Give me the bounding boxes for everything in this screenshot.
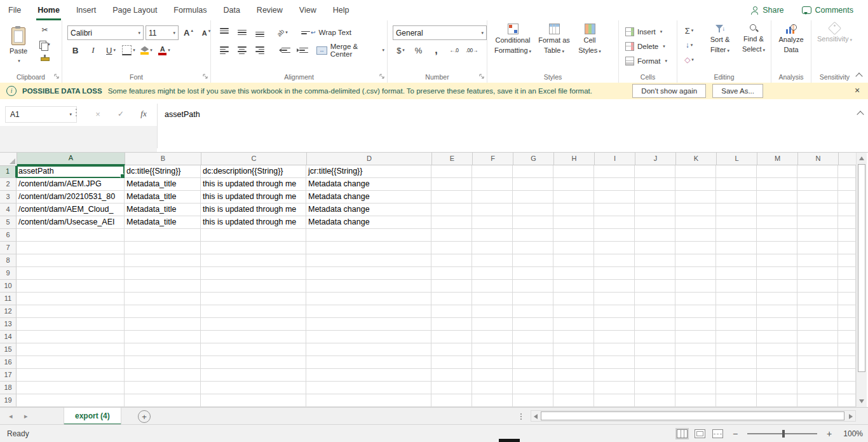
- cell-C14[interactable]: [201, 331, 306, 343]
- cell-G11[interactable]: [513, 293, 553, 305]
- cell-L18[interactable]: [716, 382, 757, 394]
- cell-partial-19[interactable]: [838, 394, 856, 407]
- cell-F18[interactable]: [472, 382, 513, 394]
- cell-A10[interactable]: [17, 280, 125, 293]
- cell-G13[interactable]: [513, 318, 553, 331]
- row-header-16[interactable]: 16: [0, 356, 17, 369]
- font-size-select[interactable]: 11▾: [146, 25, 179, 40]
- cell-partial-1[interactable]: [838, 165, 856, 178]
- cell-F10[interactable]: [472, 280, 513, 293]
- cell-N18[interactable]: [797, 382, 838, 394]
- cell-L1[interactable]: [716, 165, 757, 178]
- cell-E5[interactable]: [431, 216, 472, 229]
- align-left-button[interactable]: [216, 43, 232, 57]
- cell-C15[interactable]: [201, 343, 306, 356]
- cell-partial-9[interactable]: [838, 267, 856, 280]
- font-color-button[interactable]: A▾: [156, 43, 172, 57]
- row-header-8[interactable]: 8: [0, 254, 17, 267]
- new-sheet-button[interactable]: +: [138, 410, 151, 423]
- borders-button[interactable]: ▾: [121, 43, 137, 57]
- row-header-2[interactable]: 2: [0, 178, 17, 191]
- cell-G4[interactable]: [513, 204, 553, 216]
- merge-center-button[interactable]: ↔ Merge & Center▾: [314, 43, 387, 57]
- cell-C5[interactable]: this is updated through me: [201, 216, 306, 229]
- cell-A11[interactable]: [17, 293, 125, 305]
- cell-C18[interactable]: [201, 382, 306, 394]
- cell-K11[interactable]: [675, 293, 716, 305]
- cell-N6[interactable]: [797, 229, 838, 242]
- align-bottom-button[interactable]: [252, 25, 268, 39]
- cell-M17[interactable]: [757, 369, 797, 382]
- cell-I13[interactable]: [594, 318, 635, 331]
- cell-A7[interactable]: [17, 242, 125, 254]
- cell-M7[interactable]: [757, 242, 797, 254]
- cell-H19[interactable]: [553, 394, 594, 407]
- cell-partial-2[interactable]: [838, 178, 856, 191]
- cell-G2[interactable]: [513, 178, 553, 191]
- cell-B6[interactable]: [125, 229, 201, 242]
- row-header-18[interactable]: 18: [0, 382, 17, 394]
- cell-E13[interactable]: [431, 318, 472, 331]
- cell-G7[interactable]: [513, 242, 553, 254]
- cell-G18[interactable]: [513, 382, 553, 394]
- cell-L5[interactable]: [716, 216, 757, 229]
- alignment-dialog-launcher[interactable]: [379, 73, 385, 79]
- cell-K16[interactable]: [675, 356, 716, 369]
- zoom-percentage[interactable]: 100%: [841, 429, 863, 438]
- cell-D2[interactable]: Metadata change: [306, 178, 431, 191]
- cell-I19[interactable]: [594, 394, 635, 407]
- cell-N3[interactable]: [797, 191, 838, 204]
- cell-H11[interactable]: [553, 293, 594, 305]
- row-header-1[interactable]: 1: [0, 165, 17, 178]
- cell-A9[interactable]: [17, 267, 125, 280]
- underline-button[interactable]: U▾: [103, 43, 119, 57]
- bold-button[interactable]: B: [67, 43, 83, 57]
- sensitivity-button[interactable]: Sensitivity▾: [811, 20, 858, 73]
- cell-H2[interactable]: [553, 178, 594, 191]
- cell-D4[interactable]: Metadata change: [306, 204, 431, 216]
- cut-button[interactable]: ✂: [37, 23, 53, 37]
- cell-I3[interactable]: [594, 191, 635, 204]
- cell-C10[interactable]: [201, 280, 306, 293]
- cell-E14[interactable]: [431, 331, 472, 343]
- cell-L6[interactable]: [716, 229, 757, 242]
- cell-N8[interactable]: [797, 254, 838, 267]
- cell-partial-10[interactable]: [838, 280, 856, 293]
- conditional-formatting-button[interactable]: Conditional Formatting▾: [491, 20, 534, 73]
- cell-F9[interactable]: [472, 267, 513, 280]
- cell-B8[interactable]: [125, 254, 201, 267]
- cell-partial-16[interactable]: [838, 356, 856, 369]
- row-header-3[interactable]: 3: [0, 191, 17, 204]
- cell-D17[interactable]: [306, 369, 431, 382]
- cell-partial-7[interactable]: [838, 242, 856, 254]
- cell-H17[interactable]: [553, 369, 594, 382]
- row-header-19[interactable]: 19: [0, 394, 17, 407]
- format-cells-button[interactable]: Format▾: [625, 55, 667, 67]
- cell-I9[interactable]: [594, 267, 635, 280]
- menu-home[interactable]: Home: [29, 0, 68, 20]
- cell-H9[interactable]: [553, 267, 594, 280]
- cell-A17[interactable]: [17, 369, 125, 382]
- formula-bar-handle[interactable]: [76, 109, 77, 110]
- cell-C2[interactable]: this is updated through me: [201, 178, 306, 191]
- cell-B18[interactable]: [125, 382, 201, 394]
- cell-A16[interactable]: [17, 356, 125, 369]
- cell-N19[interactable]: [797, 394, 838, 407]
- zoom-out-button[interactable]: −: [730, 429, 740, 439]
- cell-C11[interactable]: [201, 293, 306, 305]
- cell-L10[interactable]: [716, 280, 757, 293]
- cell-E10[interactable]: [431, 280, 472, 293]
- column-header-C[interactable]: C: [201, 153, 307, 165]
- cell-C9[interactable]: [201, 267, 306, 280]
- cell-D9[interactable]: [306, 267, 431, 280]
- cell-I17[interactable]: [594, 369, 635, 382]
- cell-L16[interactable]: [716, 356, 757, 369]
- cell-B14[interactable]: [125, 331, 201, 343]
- cell-G17[interactable]: [513, 369, 553, 382]
- cell-B16[interactable]: [125, 356, 201, 369]
- cell-partial-6[interactable]: [838, 229, 856, 242]
- cell-F2[interactable]: [472, 178, 513, 191]
- column-header-K[interactable]: K: [676, 153, 717, 165]
- name-box[interactable]: A1▾: [5, 106, 77, 123]
- row-header-14[interactable]: 14: [0, 331, 17, 343]
